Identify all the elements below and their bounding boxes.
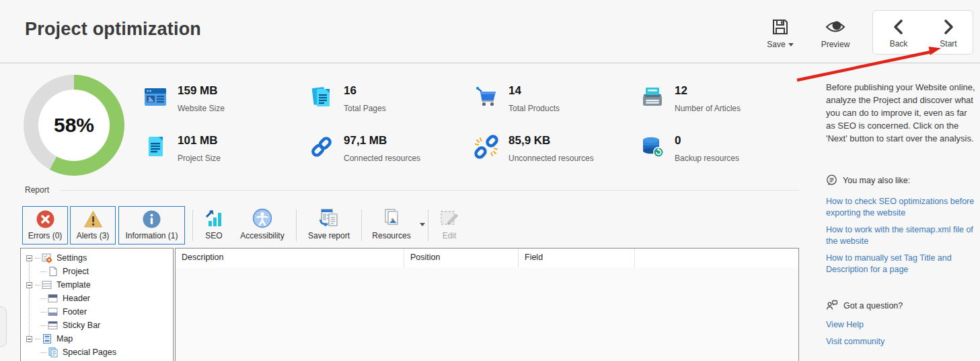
accessibility-icon bbox=[252, 208, 272, 228]
preview-eye-icon bbox=[825, 18, 846, 36]
preview-button[interactable]: Preview bbox=[818, 18, 853, 49]
tree-item-footer[interactable]: Footer bbox=[21, 305, 173, 319]
errors-button[interactable]: Errors (0) bbox=[22, 206, 68, 244]
tree-item-settings[interactable]: Settings bbox=[21, 251, 173, 265]
toolbar-separator bbox=[428, 209, 428, 241]
sidebar-intro-text: Before publishing your Website online, a… bbox=[826, 81, 977, 145]
total-products-icon bbox=[473, 84, 500, 110]
edit-icon bbox=[439, 208, 460, 228]
tree-item-project[interactable]: Project bbox=[21, 265, 173, 278]
sticky-bar-template-icon bbox=[48, 320, 59, 331]
settings-icon bbox=[42, 253, 52, 263]
got-question-label: Got a question? bbox=[843, 301, 903, 310]
person-question-icon bbox=[826, 300, 838, 311]
tree-item-label: Project bbox=[63, 267, 89, 276]
page-title: Project optimization bbox=[25, 19, 201, 40]
toolbar-separator bbox=[361, 209, 362, 241]
visit-community-link[interactable]: Visit community bbox=[826, 336, 979, 348]
number-of-articles-icon bbox=[639, 84, 666, 110]
report-section-label: Report bbox=[25, 185, 49, 195]
error-icon bbox=[36, 210, 54, 228]
resources-button[interactable]: Resources bbox=[367, 206, 416, 244]
column-header-description[interactable]: Description bbox=[176, 249, 404, 267]
unconnected-resources-icon bbox=[473, 133, 500, 160]
special-pages-icon bbox=[48, 347, 59, 358]
sitemap-icon bbox=[42, 333, 52, 344]
help-link-sitemap-xml[interactable]: How to work with the sitemap.xml file of… bbox=[826, 224, 979, 247]
tree-item-label: Special Pages bbox=[63, 348, 116, 357]
save-report-button[interactable]: Save report bbox=[304, 206, 354, 244]
accessibility-button[interactable]: Accessibility bbox=[233, 206, 291, 244]
got-question-row: Got a question? bbox=[826, 300, 903, 311]
column-header-position[interactable]: Position bbox=[404, 249, 519, 267]
back-button[interactable]: Back bbox=[882, 18, 915, 48]
seo-button[interactable]: SEO bbox=[199, 206, 229, 244]
report-section-line bbox=[61, 190, 799, 191]
tree-item-label: Settings bbox=[56, 253, 87, 263]
project-size-icon bbox=[142, 133, 169, 160]
toolbar-separator bbox=[192, 209, 193, 241]
tree-item-label: Sticky Bar bbox=[63, 321, 100, 330]
tree-collapse-icon[interactable] bbox=[26, 282, 32, 288]
footer-template-icon bbox=[48, 306, 59, 317]
side-panel-handle[interactable] bbox=[0, 306, 7, 347]
start-button[interactable]: Start bbox=[932, 18, 965, 48]
chevron-left-icon bbox=[891, 18, 906, 36]
column-header-empty bbox=[635, 249, 798, 267]
save-button[interactable]: Save bbox=[765, 18, 795, 49]
tree-item-template[interactable]: Template bbox=[21, 278, 173, 292]
information-button[interactable]: Information (1) bbox=[118, 206, 185, 244]
tree-item-sticky-bar[interactable]: Sticky Bar bbox=[21, 319, 173, 332]
chevron-right-icon bbox=[941, 18, 956, 36]
resources-dropdown-arrow[interactable] bbox=[420, 223, 425, 226]
column-header-field[interactable]: Field bbox=[519, 249, 635, 267]
also-like-label: You may also like: bbox=[843, 176, 910, 185]
tree-item-special-pages[interactable]: Special Pages bbox=[21, 346, 173, 359]
tree-item-header[interactable]: Header bbox=[21, 292, 173, 305]
help-link-seo-optimizations[interactable]: How to check SEO optimizations before ex… bbox=[826, 196, 979, 218]
alerts-button[interactable]: Alerts (3) bbox=[70, 206, 116, 244]
tree-item-label: Map bbox=[56, 334, 73, 343]
report-results-table: Description Position Field bbox=[175, 248, 799, 361]
stat-backup-resources: 0Backup resources bbox=[639, 133, 739, 163]
warning-icon bbox=[83, 210, 103, 228]
toolbar-separator bbox=[296, 209, 297, 241]
stat-project-size: 101 MBProject Size bbox=[142, 133, 221, 163]
donut-percent-label: 58% bbox=[54, 114, 94, 137]
tree-connector-line bbox=[29, 258, 30, 343]
stat-website-size: 159 MBWebsite Size bbox=[142, 84, 225, 113]
backup-resources-icon bbox=[639, 133, 666, 160]
save-dropdown-arrow bbox=[788, 43, 794, 46]
stat-unconnected-resources: 85,9 KBUnconnected resources bbox=[473, 133, 594, 163]
report-tree-panel: Settings Project Template Header Footer bbox=[20, 248, 174, 361]
stat-total-products: 14Total Products bbox=[473, 84, 560, 113]
table-header-row: Description Position Field bbox=[176, 249, 798, 267]
help-link-tag-title-description[interactable]: How to manually set Tag Title and Descri… bbox=[826, 253, 979, 275]
tree-item-map[interactable]: Map bbox=[21, 332, 173, 346]
document-icon bbox=[48, 266, 59, 277]
info-icon bbox=[143, 210, 161, 228]
stat-connected-resources: 97,1 MBConnected resources bbox=[308, 133, 420, 163]
edit-button: Edit bbox=[433, 206, 465, 244]
tree-item-label: Footer bbox=[63, 307, 87, 317]
template-icon bbox=[42, 280, 52, 290]
total-pages-icon bbox=[308, 84, 335, 110]
website-size-icon bbox=[142, 84, 169, 110]
seo-chart-icon bbox=[204, 208, 224, 228]
also-like-row: You may also like: bbox=[826, 174, 910, 186]
stat-total-pages: 16Total Pages bbox=[308, 84, 386, 113]
tree-collapse-icon[interactable] bbox=[26, 255, 32, 261]
resources-icon bbox=[381, 208, 402, 228]
tree-collapse-icon[interactable] bbox=[26, 336, 32, 342]
tree-item-label: Template bbox=[56, 280, 91, 290]
connected-resources-icon bbox=[308, 133, 335, 160]
save-report-icon bbox=[318, 208, 340, 228]
header-template-icon bbox=[48, 293, 59, 304]
save-icon bbox=[771, 18, 790, 36]
view-help-link[interactable]: View Help bbox=[826, 319, 979, 331]
tree-item-label: Header bbox=[63, 294, 90, 303]
header-divider bbox=[0, 63, 980, 63]
optimization-donut-chart: 58% bbox=[24, 75, 124, 176]
stat-number-of-articles: 12Number of Articles bbox=[639, 84, 741, 113]
speech-bubble-icon bbox=[826, 174, 837, 186]
